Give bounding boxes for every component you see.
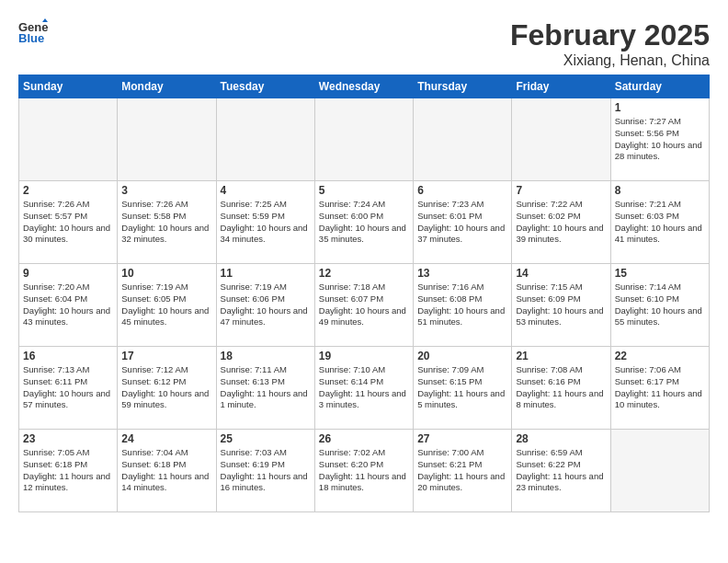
calendar-cell [512,98,610,181]
calendar-cell: 3Sunrise: 7:26 AM Sunset: 5:58 PM Daylig… [118,181,216,264]
day-number: 14 [516,267,606,280]
day-number: 1 [615,101,705,114]
day-number: 11 [221,267,311,280]
day-info: Sunrise: 7:22 AM Sunset: 6:02 PM Dayligh… [516,199,606,246]
day-info: Sunrise: 7:02 AM Sunset: 6:20 PM Dayligh… [319,447,409,494]
day-number: 4 [221,184,311,197]
day-number: 25 [221,432,311,445]
weekday-header-cell: Friday [512,75,610,98]
day-info: Sunrise: 7:21 AM Sunset: 6:03 PM Dayligh… [615,199,705,246]
calendar-cell: 13Sunrise: 7:16 AM Sunset: 6:08 PM Dayli… [414,264,512,347]
day-number: 13 [417,267,507,280]
day-info: Sunrise: 7:08 AM Sunset: 6:16 PM Dayligh… [516,364,606,411]
day-number: 2 [23,184,113,197]
calendar-week-row: 23Sunrise: 7:05 AM Sunset: 6:18 PM Dayli… [19,430,710,512]
day-number: 28 [516,432,606,445]
calendar-cell: 8Sunrise: 7:21 AM Sunset: 6:03 PM Daylig… [610,181,709,264]
weekday-header-cell: Sunday [19,75,118,98]
day-number: 19 [319,350,409,362]
svg-text:Blue: Blue [18,31,44,44]
calendar-cell: 17Sunrise: 7:12 AM Sunset: 6:12 PM Dayli… [118,347,216,430]
page-header: General Blue February 2025 Xixiang, Hena… [18,18,710,69]
day-number: 17 [121,350,211,362]
day-info: Sunrise: 7:03 AM Sunset: 6:19 PM Dayligh… [221,447,311,494]
logo: General Blue [18,18,50,44]
day-info: Sunrise: 7:05 AM Sunset: 6:18 PM Dayligh… [23,447,113,494]
day-info: Sunrise: 7:12 AM Sunset: 6:12 PM Dayligh… [121,364,211,411]
day-number: 18 [221,350,311,362]
day-info: Sunrise: 7:25 AM Sunset: 5:59 PM Dayligh… [221,199,311,246]
day-info: Sunrise: 7:14 AM Sunset: 6:10 PM Dayligh… [615,282,705,328]
day-info: Sunrise: 7:09 AM Sunset: 6:15 PM Dayligh… [417,364,507,411]
calendar-cell: 2Sunrise: 7:26 AM Sunset: 5:57 PM Daylig… [19,181,118,264]
day-info: Sunrise: 7:04 AM Sunset: 6:18 PM Dayligh… [121,447,211,494]
calendar-cell: 7Sunrise: 7:22 AM Sunset: 6:02 PM Daylig… [512,181,610,264]
day-number: 20 [417,350,507,362]
calendar-cell [314,98,413,181]
day-number: 5 [319,184,409,197]
calendar-cell: 4Sunrise: 7:25 AM Sunset: 5:59 PM Daylig… [216,181,314,264]
day-number: 6 [417,184,507,197]
day-number: 23 [23,432,113,445]
calendar-cell: 16Sunrise: 7:13 AM Sunset: 6:11 PM Dayli… [19,347,118,430]
calendar-cell: 19Sunrise: 7:10 AM Sunset: 6:14 PM Dayli… [314,347,413,430]
day-info: Sunrise: 7:00 AM Sunset: 6:21 PM Dayligh… [417,447,507,494]
weekday-header-cell: Wednesday [314,75,413,98]
calendar-cell: 28Sunrise: 6:59 AM Sunset: 6:22 PM Dayli… [512,430,610,512]
calendar-cell: 23Sunrise: 7:05 AM Sunset: 6:18 PM Dayli… [19,430,118,512]
day-number: 24 [121,432,211,445]
day-info: Sunrise: 7:27 AM Sunset: 5:56 PM Dayligh… [615,116,705,163]
calendar-cell [610,430,709,512]
day-info: Sunrise: 7:10 AM Sunset: 6:14 PM Dayligh… [319,364,409,411]
day-info: Sunrise: 7:24 AM Sunset: 6:00 PM Dayligh… [319,199,409,246]
calendar-cell: 14Sunrise: 7:15 AM Sunset: 6:09 PM Dayli… [512,264,610,347]
day-number: 10 [121,267,211,280]
calendar-cell: 15Sunrise: 7:14 AM Sunset: 6:10 PM Dayli… [610,264,709,347]
day-number: 7 [516,184,606,197]
title-block: February 2025 Xixiang, Henan, China [510,18,710,69]
day-number: 12 [319,267,409,280]
calendar-cell: 24Sunrise: 7:04 AM Sunset: 6:18 PM Dayli… [118,430,216,512]
weekday-header-cell: Monday [118,75,216,98]
calendar-cell: 10Sunrise: 7:19 AM Sunset: 6:05 PM Dayli… [118,264,216,347]
weekday-header-cell: Tuesday [216,75,314,98]
calendar-week-row: 9Sunrise: 7:20 AM Sunset: 6:04 PM Daylig… [19,264,710,347]
calendar-cell: 11Sunrise: 7:19 AM Sunset: 6:06 PM Dayli… [216,264,314,347]
calendar-cell: 26Sunrise: 7:02 AM Sunset: 6:20 PM Dayli… [314,430,413,512]
day-info: Sunrise: 7:19 AM Sunset: 6:06 PM Dayligh… [221,282,311,328]
weekday-header-cell: Saturday [610,75,709,98]
calendar-table: SundayMondayTuesdayWednesdayThursdayFrid… [18,75,710,512]
day-info: Sunrise: 7:26 AM Sunset: 5:58 PM Dayligh… [121,199,211,246]
calendar-cell: 27Sunrise: 7:00 AM Sunset: 6:21 PM Dayli… [414,430,512,512]
day-info: Sunrise: 6:59 AM Sunset: 6:22 PM Dayligh… [516,447,606,494]
calendar-cell: 18Sunrise: 7:11 AM Sunset: 6:13 PM Dayli… [216,347,314,430]
day-info: Sunrise: 7:26 AM Sunset: 5:57 PM Dayligh… [23,199,113,246]
calendar-cell [19,98,118,181]
day-number: 15 [615,267,705,280]
day-info: Sunrise: 7:15 AM Sunset: 6:09 PM Dayligh… [516,282,606,328]
weekday-header-cell: Thursday [414,75,512,98]
day-number: 16 [23,350,113,362]
day-info: Sunrise: 7:23 AM Sunset: 6:01 PM Dayligh… [417,199,507,246]
weekday-header-row: SundayMondayTuesdayWednesdayThursdayFrid… [19,75,710,98]
calendar-cell: 22Sunrise: 7:06 AM Sunset: 6:17 PM Dayli… [610,347,709,430]
logo-icon: General Blue [18,18,48,44]
calendar-cell: 20Sunrise: 7:09 AM Sunset: 6:15 PM Dayli… [414,347,512,430]
calendar-cell [216,98,314,181]
day-info: Sunrise: 7:16 AM Sunset: 6:08 PM Dayligh… [417,282,507,328]
day-info: Sunrise: 7:11 AM Sunset: 6:13 PM Dayligh… [221,364,311,411]
location: Xixiang, Henan, China [510,52,710,69]
calendar-cell [118,98,216,181]
day-number: 9 [23,267,113,280]
day-info: Sunrise: 7:18 AM Sunset: 6:07 PM Dayligh… [319,282,409,328]
calendar-cell: 25Sunrise: 7:03 AM Sunset: 6:19 PM Dayli… [216,430,314,512]
calendar-week-row: 1Sunrise: 7:27 AM Sunset: 5:56 PM Daylig… [19,98,710,181]
calendar-cell: 21Sunrise: 7:08 AM Sunset: 6:16 PM Dayli… [512,347,610,430]
calendar-cell: 1Sunrise: 7:27 AM Sunset: 5:56 PM Daylig… [610,98,709,181]
day-number: 3 [121,184,211,197]
day-number: 22 [615,350,705,362]
calendar-week-row: 2Sunrise: 7:26 AM Sunset: 5:57 PM Daylig… [19,181,710,264]
day-info: Sunrise: 7:06 AM Sunset: 6:17 PM Dayligh… [615,364,705,411]
calendar-cell: 5Sunrise: 7:24 AM Sunset: 6:00 PM Daylig… [314,181,413,264]
day-info: Sunrise: 7:20 AM Sunset: 6:04 PM Dayligh… [23,282,113,328]
